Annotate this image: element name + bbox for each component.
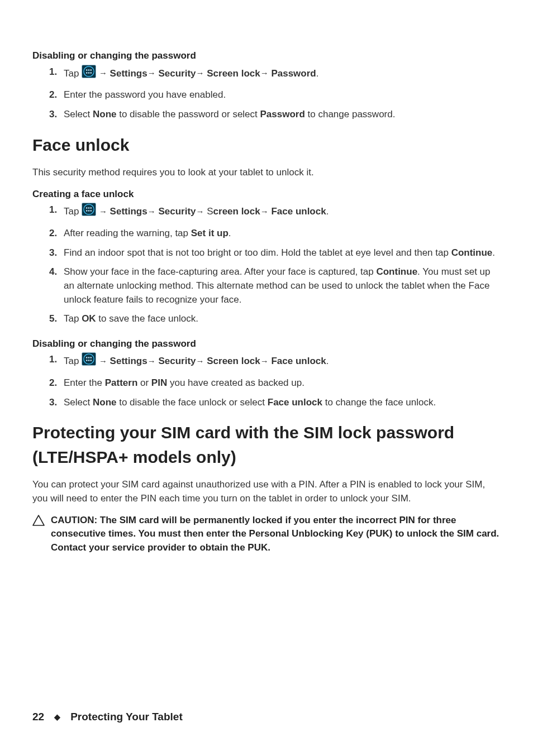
svg-point-23	[91, 360, 92, 362]
step-number: 2.	[49, 88, 59, 102]
step-body: Tap OK to save the face unlock.	[64, 312, 501, 326]
bold-text: Security	[158, 68, 196, 79]
svg-point-18	[86, 357, 88, 359]
bold-text: Face unlock	[268, 397, 322, 408]
bold-text: Screen lock	[207, 68, 260, 79]
heading-sim-lock: Protecting your SIM card with the SIM lo…	[32, 420, 501, 469]
svg-point-4	[91, 69, 92, 71]
arrow-icon: →	[196, 68, 204, 78]
bold-text: Settings	[110, 207, 147, 217]
step-body: Show your face in the face-capturing are…	[64, 265, 501, 307]
step-number: 1.	[49, 203, 59, 221]
svg-point-19	[88, 357, 90, 359]
face-unlock-intro: This security method requires you to loo…	[32, 166, 501, 180]
svg-point-11	[88, 208, 90, 209]
step-body: Select None to disable the face unlock o…	[64, 396, 501, 410]
step-number: 2.	[49, 227, 59, 241]
step-body: Select None to disable the password or s…	[64, 108, 501, 122]
subheading-creating-face-unlock: Creating a face unlock	[32, 188, 501, 202]
arrow-icon: →	[196, 207, 204, 216]
apps-icon	[82, 203, 96, 221]
caution-block: CAUTION: The SIM card will be permanentl…	[32, 514, 501, 555]
footer-section-title: Protecting Your Tablet	[70, 709, 183, 725]
svg-point-5	[86, 72, 88, 74]
bold-text: Settings	[110, 68, 147, 79]
list-item: 2.Enter the password you have enabled.	[32, 88, 501, 102]
bold-text: Continue	[451, 247, 493, 258]
list-item: 4.Show your face in the face-capturing a…	[32, 265, 501, 307]
subheading-disable-password: Disabling or changing the password	[32, 49, 501, 63]
sim-lock-intro: You can protect your SIM card against un…	[32, 478, 501, 505]
bold-text: Password	[260, 109, 305, 119]
bold-text: Pattern	[105, 377, 138, 388]
arrow-icon: →	[260, 207, 269, 216]
arrow-icon: →	[196, 356, 204, 366]
footer-diamond-icon: ◆	[54, 711, 60, 722]
svg-point-3	[88, 69, 90, 71]
svg-point-22	[88, 360, 90, 362]
bold-text: Security	[158, 207, 196, 217]
subheading-disabling-face-unlock: Disabling or changing the password	[32, 337, 501, 351]
bold-text: Continue	[376, 266, 417, 277]
svg-point-2	[86, 69, 88, 71]
svg-point-7	[91, 72, 92, 74]
caution-icon	[32, 514, 45, 555]
step-number: 5.	[49, 312, 59, 326]
step-body: Tap → Settings→ Security→ Screen lock→ F…	[64, 353, 501, 371]
arrow-icon: →	[260, 356, 269, 366]
bold-text: Set it up	[191, 228, 229, 238]
bold-text: Settings	[110, 356, 147, 367]
step-body: Enter the Pattern or PIN you have create…	[64, 376, 501, 390]
svg-marker-24	[33, 515, 44, 525]
bold-text: Face unlock	[271, 356, 326, 367]
caution-text: CAUTION: The SIM card will be permanentl…	[51, 514, 501, 555]
svg-point-10	[86, 208, 88, 209]
svg-point-20	[91, 357, 92, 359]
arrow-icon: →	[99, 68, 107, 78]
step-body: After reading the warning, tap Set it up…	[64, 227, 501, 241]
page-number: 22	[32, 709, 44, 725]
step-body: Tap → Settings→ Security→ Screen lock→ F…	[64, 203, 501, 221]
list-item: 3.Select None to disable the password or…	[32, 108, 501, 122]
step-body: Tap → Settings→ Security→ Screen lock→ P…	[64, 65, 501, 83]
list-item: 5.Tap OK to save the face unlock.	[32, 312, 501, 326]
list-item: 1.Tap → Settings→ Security→ Screen lock→…	[32, 203, 501, 221]
arrow-icon: →	[99, 356, 107, 366]
svg-point-14	[88, 210, 90, 212]
bold-text: Password	[271, 68, 316, 79]
step-body: Enter the password you have enabled.	[64, 88, 501, 102]
bold-text: None	[93, 109, 117, 119]
bold-text: None	[93, 397, 117, 408]
svg-point-21	[86, 360, 88, 362]
arrow-icon: →	[99, 207, 107, 216]
arrow-icon: →	[147, 68, 156, 78]
step-number: 3.	[49, 108, 59, 122]
bold-text: creen lock	[213, 207, 260, 217]
bold-text: Screen lock	[207, 356, 260, 367]
page-content: Disabling or changing the password 1.Tap…	[0, 0, 533, 756]
list-item: 2.Enter the Pattern or PIN you have crea…	[32, 376, 501, 390]
list-item: 3.Find an indoor spot that is not too br…	[32, 246, 501, 260]
bold-text: PIN	[151, 377, 167, 388]
svg-point-13	[86, 210, 88, 212]
list-item: 2.After reading the warning, tap Set it …	[32, 227, 501, 241]
steps-disabling-face-unlock: 1.Tap → Settings→ Security→ Screen lock→…	[32, 353, 501, 409]
svg-point-15	[91, 210, 92, 212]
page-footer: 22 ◆ Protecting Your Tablet	[32, 709, 183, 725]
list-item: 1.Tap → Settings→ Security→ Screen lock→…	[32, 65, 501, 83]
step-body: Find an indoor spot that is not too brig…	[64, 246, 501, 260]
heading-face-unlock: Face unlock	[32, 133, 501, 157]
step-number: 1.	[49, 65, 59, 83]
bold-text: Security	[158, 356, 196, 367]
svg-point-6	[88, 72, 90, 74]
step-number: 3.	[49, 246, 59, 260]
apps-icon	[82, 352, 96, 370]
apps-icon	[82, 65, 96, 83]
step-number: 2.	[49, 376, 59, 390]
svg-point-12	[91, 208, 92, 209]
bold-text: OK	[82, 313, 96, 324]
step-number: 4.	[49, 265, 59, 307]
arrow-icon: →	[147, 356, 156, 366]
steps-creating-face-unlock: 1.Tap → Settings→ Security→ Screen lock→…	[32, 203, 501, 326]
arrow-icon: →	[147, 207, 156, 216]
